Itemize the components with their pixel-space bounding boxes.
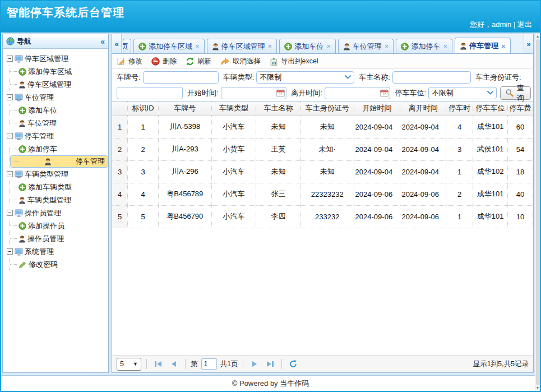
tab-5[interactable]: 添加停车× (396, 39, 452, 53)
tree-item-0-0[interactable]: 添加停车区域 (10, 65, 108, 78)
toolbar-button-label: 修改 (128, 57, 142, 66)
user-greeting: 您好，admin (470, 20, 511, 29)
column-header[interactable]: 离开时间 (400, 102, 446, 116)
pager-separator (146, 359, 147, 369)
vehicle-type-select[interactable]: 不限制 (256, 71, 354, 84)
tree-item-4-0[interactable]: 添加操作员 (10, 219, 108, 232)
tree-item-2-1-selected[interactable]: 停车管理 (10, 155, 108, 168)
tab-close-icon[interactable]: × (443, 43, 447, 50)
tree-parent-1[interactable]: 车位管理 (7, 91, 108, 104)
page-number-input[interactable] (201, 358, 217, 370)
monitor-icon (15, 55, 23, 63)
calendar-icon[interactable]: 17 (380, 89, 389, 97)
owner-name-label: 车主名称: (359, 72, 390, 82)
logout-link[interactable]: 退出 (517, 20, 532, 29)
svg-text:17: 17 (383, 93, 386, 96)
toolbar-button-0[interactable]: 修改 (117, 57, 142, 66)
tree-item-4-1[interactable]: 操作员管理 (10, 232, 108, 245)
tree-children: 添加车辆类型车辆类型管理 (10, 181, 108, 206)
tree-item-3-1[interactable]: 车辆类型管理 (10, 193, 108, 206)
tabs-scroll-left-button[interactable]: « (112, 34, 122, 53)
plate-input[interactable] (143, 71, 219, 84)
column-header[interactable]: 开始时间 (354, 102, 400, 116)
column-header[interactable]: 标识ID (128, 102, 159, 116)
last-page-button[interactable] (264, 358, 276, 370)
scrollbar-thumb[interactable] (536, 39, 540, 385)
tree-collapse-icon[interactable] (7, 94, 13, 100)
tab-3[interactable]: 添加车位× (279, 39, 336, 53)
row-number-cell: 2 (112, 138, 128, 160)
table-cell: 成华102 (473, 160, 508, 183)
tree-item-0-1[interactable]: 停车区域管理 (10, 78, 108, 91)
column-header[interactable] (112, 102, 128, 116)
tree-collapse-icon[interactable] (7, 171, 13, 177)
owner-name-input[interactable] (392, 71, 471, 84)
column-header[interactable]: 停车费 (508, 102, 533, 116)
toolbar-button-label: 刷新 (197, 57, 211, 66)
tab-close-icon[interactable]: × (501, 43, 506, 50)
column-header[interactable]: 车主名称 (256, 102, 301, 116)
query-button-label: 查询 (517, 83, 526, 103)
tab-close-icon[interactable]: × (195, 43, 200, 50)
table-row-2[interactable]: 22川A-293小货车王英未知·2024-09-042024-09-043武侯1… (112, 138, 533, 160)
tab-0[interactable]: 主页 (123, 39, 131, 53)
next-page-button[interactable] (248, 358, 261, 370)
tree-collapse-icon[interactable] (7, 248, 13, 255)
tab-2[interactable]: 停车区域管理× (207, 39, 278, 53)
vertical-scrollbar[interactable]: ▲ ▼ (535, 34, 540, 391)
tree-collapse-icon[interactable] (7, 133, 13, 139)
column-header[interactable]: 车牌号 (159, 102, 212, 116)
tab-4[interactable]: 车位管理× (338, 39, 394, 53)
column-header[interactable]: 停车时 (446, 102, 473, 116)
table-row-1[interactable]: 11川A-5398小汽车未知未知2024-09-042024-09-044成华1… (112, 116, 533, 138)
toolbar-button-label: 取消选择 (233, 57, 261, 66)
tree-item-5-0[interactable]: 修改密码 (10, 258, 108, 271)
page-size-select[interactable]: 5 ▼ (117, 358, 141, 371)
tab-close-icon[interactable]: × (268, 43, 272, 50)
tree-item-2-0[interactable]: 添加停车 (10, 142, 108, 155)
toolbar-button-2[interactable]: 刷新 (186, 57, 211, 66)
tab-close-icon[interactable]: × (326, 43, 331, 50)
tree-parent-5[interactable]: 系统管理 (7, 245, 108, 258)
tree-item-1-1[interactable]: 车位管理 (10, 117, 108, 130)
column-header[interactable]: 停车车位 (473, 102, 508, 116)
table-cell: 40 (508, 183, 533, 205)
sidebar-collapse-button[interactable]: « (100, 37, 105, 46)
toolbar-button-3[interactable]: 取消选择 (220, 57, 261, 66)
table-row-3[interactable]: 33川A-296小汽车未知未知2024-09-042024-09-041成华10… (112, 160, 533, 183)
table-cell: 1 (446, 160, 473, 183)
column-header[interactable]: 车辆类型 (211, 102, 256, 116)
toolbar-button-1[interactable]: 删除 (151, 57, 177, 66)
grid-toolbar: 修改删除刷新取消选择导出到excel (112, 54, 533, 69)
tree-parent-3[interactable]: 车辆类型管理 (7, 168, 108, 181)
table-cell: 233232 (300, 205, 354, 228)
owner-id-input[interactable] (117, 87, 183, 99)
tab-6-active[interactable]: 停车管理× (455, 38, 511, 53)
calendar-icon[interactable]: 17 (276, 89, 285, 97)
tree-collapse-icon[interactable] (7, 210, 13, 216)
tab-close-icon[interactable]: × (385, 43, 389, 50)
tree-collapse-icon[interactable] (7, 56, 13, 62)
tree-parent-4[interactable]: 操作员管理 (7, 206, 108, 219)
column-header[interactable]: 车主身份证号 (300, 102, 354, 116)
tree-parent-0[interactable]: 停车区域管理 (7, 52, 108, 65)
scroll-up-icon[interactable]: ▲ (536, 34, 540, 39)
tabs-scroll-right-button[interactable]: » (524, 34, 533, 53)
first-page-button[interactable] (152, 358, 164, 370)
toolbar-button-4[interactable]: 导出到excel (270, 57, 318, 66)
svg-text:17: 17 (279, 93, 283, 96)
prev-page-button[interactable] (168, 358, 180, 370)
tree-item-label: 操作员管理 (27, 234, 64, 244)
tree-item-1-0[interactable]: 添加车位 (10, 104, 108, 117)
footer-text: © Powered by 当牛作码 (232, 379, 309, 389)
refresh-page-button[interactable] (287, 358, 299, 370)
query-button[interactable]: 查询 (500, 86, 531, 100)
tab-1[interactable]: 添加停车区域× (133, 39, 205, 53)
table-cell: 2024-09-04 (400, 138, 446, 160)
parking-spot-select[interactable]: 不限制 (428, 87, 497, 99)
tree-parent-2[interactable]: 停车管理 (7, 130, 108, 142)
table-row-4[interactable]: 44粤B456789小汽车张三223232322024-09-062024-09… (112, 183, 533, 205)
table-row-5[interactable]: 55粤B456790小汽车李四2332322024-09-062024-09-0… (112, 205, 533, 228)
scroll-down-icon[interactable]: ▼ (536, 386, 540, 390)
tree-item-3-0[interactable]: 添加车辆类型 (10, 181, 108, 193)
